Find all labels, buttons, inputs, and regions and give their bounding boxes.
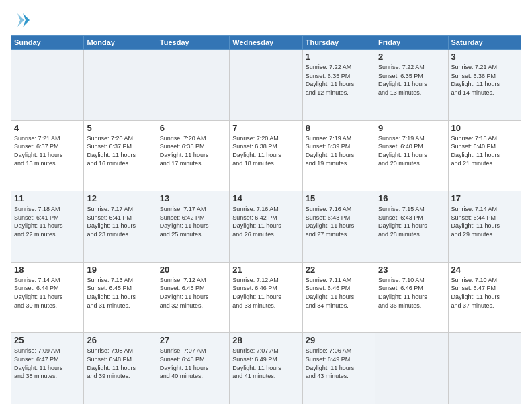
day-info: Sunrise: 7:20 AM Sunset: 6:37 PM Dayligh… [87, 134, 153, 168]
calendar-cell: 13Sunrise: 7:17 AM Sunset: 6:42 PM Dayli… [157, 191, 229, 263]
day-header-monday: Monday [84, 36, 157, 50]
day-info: Sunrise: 7:08 AM Sunset: 6:48 PM Dayligh… [87, 347, 153, 380]
day-number: 5 [87, 123, 153, 133]
calendar-week-row: 1Sunrise: 7:22 AM Sunset: 6:35 PM Daylig… [11, 50, 521, 121]
day-header-wednesday: Wednesday [230, 36, 302, 50]
calendar-cell [375, 333, 448, 404]
calendar-cell [448, 333, 521, 404]
calendar-cell: 18Sunrise: 7:14 AM Sunset: 6:44 PM Dayli… [11, 262, 84, 333]
calendar-header-row: SundayMondayTuesdayWednesdayThursdayFrid… [11, 36, 521, 50]
page: SundayMondayTuesdayWednesdayThursdayFrid… [0, 0, 532, 411]
day-info: Sunrise: 7:17 AM Sunset: 6:42 PM Dayligh… [160, 205, 226, 238]
day-number: 10 [451, 123, 518, 133]
logo-icon [11, 11, 30, 30]
day-info: Sunrise: 7:12 AM Sunset: 6:45 PM Dayligh… [160, 276, 226, 310]
calendar-cell: 1Sunrise: 7:22 AM Sunset: 6:35 PM Daylig… [302, 50, 375, 121]
calendar-cell: 29Sunrise: 7:06 AM Sunset: 6:49 PM Dayli… [302, 333, 375, 404]
day-number: 9 [378, 123, 445, 133]
day-number: 22 [306, 265, 372, 275]
day-header-friday: Friday [375, 36, 448, 50]
day-info: Sunrise: 7:10 AM Sunset: 6:47 PM Dayligh… [451, 276, 518, 310]
day-info: Sunrise: 7:19 AM Sunset: 6:40 PM Dayligh… [378, 134, 445, 168]
svg-marker-1 [17, 13, 24, 27]
calendar-cell: 2Sunrise: 7:22 AM Sunset: 6:35 PM Daylig… [375, 50, 448, 121]
day-number: 2 [378, 52, 445, 62]
calendar-cell: 12Sunrise: 7:17 AM Sunset: 6:41 PM Dayli… [84, 191, 157, 263]
day-info: Sunrise: 7:18 AM Sunset: 6:41 PM Dayligh… [14, 205, 81, 238]
day-info: Sunrise: 7:22 AM Sunset: 6:35 PM Dayligh… [306, 63, 372, 97]
calendar-cell: 9Sunrise: 7:19 AM Sunset: 6:40 PM Daylig… [375, 120, 448, 191]
calendar-week-row: 25Sunrise: 7:09 AM Sunset: 6:47 PM Dayli… [11, 333, 521, 404]
calendar-cell: 11Sunrise: 7:18 AM Sunset: 6:41 PM Dayli… [11, 191, 84, 263]
day-info: Sunrise: 7:07 AM Sunset: 6:49 PM Dayligh… [232, 347, 299, 380]
calendar-cell [230, 50, 302, 121]
day-number: 20 [160, 265, 226, 275]
day-info: Sunrise: 7:15 AM Sunset: 6:43 PM Dayligh… [378, 205, 445, 238]
day-info: Sunrise: 7:19 AM Sunset: 6:39 PM Dayligh… [306, 134, 372, 168]
day-number: 3 [451, 52, 518, 62]
calendar-cell [157, 50, 229, 121]
day-number: 13 [160, 193, 226, 203]
day-info: Sunrise: 7:14 AM Sunset: 6:44 PM Dayligh… [451, 205, 518, 238]
day-number: 14 [232, 193, 299, 203]
calendar-week-row: 4Sunrise: 7:21 AM Sunset: 6:37 PM Daylig… [11, 120, 521, 191]
day-number: 23 [378, 265, 445, 275]
calendar-cell: 22Sunrise: 7:11 AM Sunset: 6:46 PM Dayli… [302, 262, 375, 333]
day-number: 6 [160, 123, 226, 133]
calendar-cell: 6Sunrise: 7:20 AM Sunset: 6:38 PM Daylig… [157, 120, 229, 191]
calendar-cell: 14Sunrise: 7:16 AM Sunset: 6:42 PM Dayli… [230, 191, 302, 263]
day-info: Sunrise: 7:07 AM Sunset: 6:48 PM Dayligh… [160, 347, 226, 380]
day-number: 26 [87, 335, 153, 345]
day-info: Sunrise: 7:09 AM Sunset: 6:47 PM Dayligh… [14, 347, 81, 380]
day-number: 15 [306, 193, 372, 203]
day-number: 11 [14, 193, 81, 203]
day-number: 17 [451, 193, 518, 203]
day-info: Sunrise: 7:16 AM Sunset: 6:43 PM Dayligh… [306, 205, 372, 238]
day-info: Sunrise: 7:20 AM Sunset: 6:38 PM Dayligh… [232, 134, 299, 168]
day-number: 21 [232, 265, 299, 275]
calendar-cell [11, 50, 84, 121]
day-number: 27 [160, 335, 226, 345]
calendar-cell: 27Sunrise: 7:07 AM Sunset: 6:48 PM Dayli… [157, 333, 229, 404]
day-number: 12 [87, 193, 153, 203]
day-info: Sunrise: 7:16 AM Sunset: 6:42 PM Dayligh… [232, 205, 299, 238]
day-number: 16 [378, 193, 445, 203]
logo [11, 11, 32, 30]
day-number: 28 [232, 335, 299, 345]
day-info: Sunrise: 7:21 AM Sunset: 6:37 PM Dayligh… [14, 134, 81, 168]
calendar-cell: 8Sunrise: 7:19 AM Sunset: 6:39 PM Daylig… [302, 120, 375, 191]
calendar-cell: 20Sunrise: 7:12 AM Sunset: 6:45 PM Dayli… [157, 262, 229, 333]
calendar-cell: 3Sunrise: 7:21 AM Sunset: 6:36 PM Daylig… [448, 50, 521, 121]
day-info: Sunrise: 7:20 AM Sunset: 6:38 PM Dayligh… [160, 134, 226, 168]
day-number: 19 [87, 265, 153, 275]
calendar-cell: 5Sunrise: 7:20 AM Sunset: 6:37 PM Daylig… [84, 120, 157, 191]
calendar-cell: 26Sunrise: 7:08 AM Sunset: 6:48 PM Dayli… [84, 333, 157, 404]
calendar-cell: 21Sunrise: 7:12 AM Sunset: 6:46 PM Dayli… [230, 262, 302, 333]
day-info: Sunrise: 7:17 AM Sunset: 6:41 PM Dayligh… [87, 205, 153, 238]
day-number: 24 [451, 265, 518, 275]
day-header-tuesday: Tuesday [157, 36, 229, 50]
day-info: Sunrise: 7:14 AM Sunset: 6:44 PM Dayligh… [14, 276, 81, 310]
calendar-cell: 25Sunrise: 7:09 AM Sunset: 6:47 PM Dayli… [11, 333, 84, 404]
day-number: 4 [14, 123, 81, 133]
calendar-cell: 16Sunrise: 7:15 AM Sunset: 6:43 PM Dayli… [375, 191, 448, 263]
day-info: Sunrise: 7:18 AM Sunset: 6:40 PM Dayligh… [451, 134, 518, 168]
calendar-cell: 23Sunrise: 7:10 AM Sunset: 6:46 PM Dayli… [375, 262, 448, 333]
day-number: 29 [306, 335, 372, 345]
calendar-table: SundayMondayTuesdayWednesdayThursdayFrid… [11, 35, 521, 404]
calendar-cell: 17Sunrise: 7:14 AM Sunset: 6:44 PM Dayli… [448, 191, 521, 263]
calendar-week-row: 11Sunrise: 7:18 AM Sunset: 6:41 PM Dayli… [11, 191, 521, 263]
day-header-thursday: Thursday [302, 36, 375, 50]
day-header-sunday: Sunday [11, 36, 84, 50]
calendar-cell: 15Sunrise: 7:16 AM Sunset: 6:43 PM Dayli… [302, 191, 375, 263]
day-info: Sunrise: 7:10 AM Sunset: 6:46 PM Dayligh… [378, 276, 445, 310]
header [11, 11, 521, 30]
day-number: 25 [14, 335, 81, 345]
calendar-cell: 28Sunrise: 7:07 AM Sunset: 6:49 PM Dayli… [230, 333, 302, 404]
calendar-cell: 24Sunrise: 7:10 AM Sunset: 6:47 PM Dayli… [448, 262, 521, 333]
day-header-saturday: Saturday [448, 36, 521, 50]
calendar-cell [84, 50, 157, 121]
day-info: Sunrise: 7:06 AM Sunset: 6:49 PM Dayligh… [306, 347, 372, 380]
day-info: Sunrise: 7:13 AM Sunset: 6:45 PM Dayligh… [87, 276, 153, 310]
day-number: 8 [306, 123, 372, 133]
